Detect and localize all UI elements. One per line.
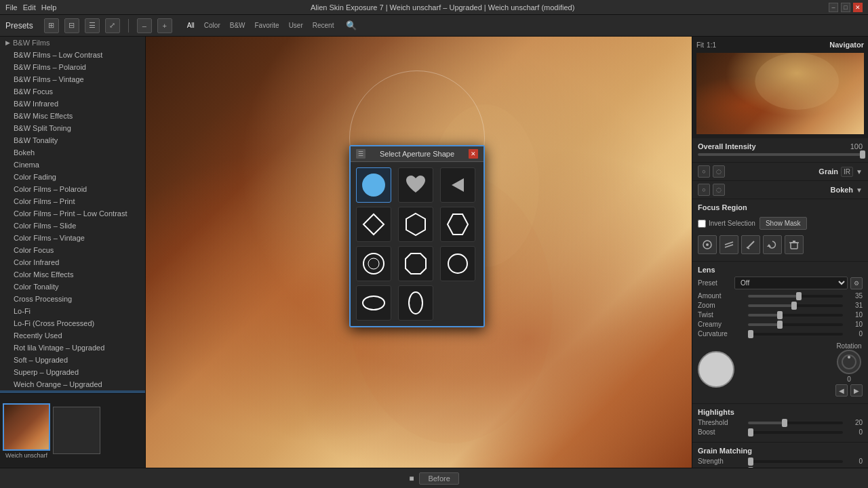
dialog-menu-icon[interactable]: ☰ bbox=[356, 149, 366, 159]
thumbnail-item[interactable] bbox=[53, 407, 100, 455]
shape-circle-md[interactable] bbox=[440, 246, 475, 281]
lens-curvature-slider[interactable] bbox=[748, 333, 843, 336]
filter-user[interactable]: User bbox=[285, 20, 307, 30]
rotation-left-button[interactable]: ◀ bbox=[835, 384, 848, 396]
list-item[interactable]: Color Films – Vintage bbox=[0, 232, 145, 244]
list-item[interactable]: Lo-Fi (Cross Processed) bbox=[0, 317, 145, 329]
list-item[interactable]: Soft – Upgraded bbox=[0, 354, 145, 366]
bokeh-icon-1[interactable]: ○ bbox=[698, 184, 710, 196]
thumbnail-image[interactable] bbox=[53, 407, 100, 454]
highlights-threshold-slider[interactable] bbox=[748, 422, 843, 424]
grain-icon-2[interactable]: ◌ bbox=[713, 165, 725, 178]
search-button[interactable]: 🔍 bbox=[346, 20, 357, 30]
list-item[interactable]: Color Films – Slide bbox=[0, 220, 145, 232]
list-item[interactable]: B&W Focus bbox=[0, 85, 145, 98]
list-item[interactable]: Superp – Upgraded bbox=[0, 366, 145, 378]
list-item[interactable]: Color Films – Polaroid bbox=[0, 183, 145, 195]
list-item[interactable]: B&W Films – Vintage bbox=[0, 73, 145, 85]
shape-heart[interactable] bbox=[398, 167, 433, 203]
lens-zoom-slider[interactable] bbox=[748, 304, 843, 307]
lens-settings-button[interactable]: ⚙ bbox=[850, 277, 863, 289]
list-item[interactable]: Color Films – Print – Low Contrast bbox=[0, 207, 145, 220]
show-mask-button[interactable]: Show Mask bbox=[760, 217, 807, 230]
bokeh-icon-2[interactable]: ◌ bbox=[713, 184, 725, 196]
grain-icon-1[interactable]: ○ bbox=[698, 165, 710, 178]
highlights-boost-slider[interactable] bbox=[748, 431, 843, 434]
lens-creamy-slider[interactable] bbox=[748, 323, 843, 326]
svg-point-10 bbox=[448, 254, 467, 273]
thumbnail-image[interactable] bbox=[3, 403, 50, 451]
fit-label[interactable]: Fit bbox=[696, 41, 704, 49]
delete-tool-button[interactable] bbox=[785, 235, 804, 254]
list-item[interactable]: Recently Used bbox=[0, 329, 145, 342]
filter-all[interactable]: All bbox=[183, 20, 199, 30]
filter-favorite[interactable]: Favorite bbox=[251, 20, 283, 30]
grid-large-button[interactable]: ⊟ bbox=[64, 18, 79, 33]
list-item[interactable]: B&W Split Toning bbox=[0, 122, 145, 134]
list-item[interactable]: Color Fading bbox=[0, 171, 145, 183]
list-item[interactable]: Bokeh bbox=[0, 146, 145, 159]
filter-recent[interactable]: Recent bbox=[309, 20, 338, 30]
shape-circle5[interactable] bbox=[356, 246, 391, 281]
remove-button[interactable]: – bbox=[137, 18, 152, 33]
rotation-row: Rotation bbox=[836, 342, 861, 350]
list-item[interactable]: Color Tonality bbox=[0, 281, 145, 293]
add-button[interactable]: + bbox=[157, 18, 172, 33]
shape-diamond[interactable] bbox=[356, 207, 391, 242]
ratio-label[interactable]: 1:1 bbox=[707, 41, 716, 49]
shape-octagon[interactable] bbox=[398, 246, 433, 281]
list-item[interactable]: Cross Processing bbox=[0, 293, 145, 305]
list-item[interactable]: Weich Orange – Upgraded bbox=[0, 378, 145, 390]
thumbnail-item[interactable]: Weich unscharf bbox=[3, 403, 50, 459]
list-item[interactable]: B&W Films – Polaroid bbox=[0, 61, 145, 73]
grain-strength-slider[interactable] bbox=[748, 460, 843, 463]
bokeh-dropdown-icon[interactable]: ▼ bbox=[856, 186, 863, 194]
list-item[interactable]: Color Focus bbox=[0, 244, 145, 256]
invert-checkbox[interactable] bbox=[698, 220, 706, 228]
shape-hexagon[interactable] bbox=[440, 207, 475, 242]
shape-oval-v[interactable] bbox=[398, 285, 433, 321]
list-item[interactable]: Color Misc Effects bbox=[0, 268, 145, 281]
dialog-close-button[interactable]: ✕ bbox=[469, 149, 478, 159]
shape-arrow[interactable] bbox=[440, 167, 475, 203]
reset-tool-button[interactable] bbox=[763, 235, 782, 254]
rotation-dial[interactable] bbox=[837, 350, 861, 374]
minimize-button[interactable]: – bbox=[829, 3, 838, 12]
shape-oval-h[interactable] bbox=[356, 285, 391, 321]
grid-small-button[interactable]: ⊞ bbox=[44, 18, 59, 33]
list-item[interactable]: Rot lila Vintage – Upgraded bbox=[0, 342, 145, 354]
brush-tool-button[interactable] bbox=[741, 235, 760, 254]
filter-color[interactable]: Color bbox=[200, 20, 224, 30]
intensity-slider[interactable] bbox=[698, 153, 863, 156]
rotation-right-button[interactable]: ▶ bbox=[850, 384, 863, 396]
lens-twist-slider[interactable] bbox=[748, 314, 843, 317]
list-item[interactable]: B&W Films – Low Contrast bbox=[0, 49, 145, 61]
list-item[interactable]: Cinema bbox=[0, 159, 145, 171]
diamond-shape-icon bbox=[361, 211, 387, 237]
shape-circle[interactable] bbox=[356, 167, 391, 203]
menu-edit[interactable]: Edit bbox=[23, 3, 36, 12]
close-button[interactable]: ✕ bbox=[853, 3, 863, 12]
preset-group-bw-films[interactable]: ▶B&W Films bbox=[0, 37, 145, 49]
list-item[interactable]: B&W Tonality bbox=[0, 134, 145, 146]
filter-bw[interactable]: B&W bbox=[226, 20, 250, 30]
list-item[interactable]: Color Infrared bbox=[0, 256, 145, 268]
before-button[interactable]: Before bbox=[419, 472, 458, 485]
radial-tool-button[interactable] bbox=[698, 235, 717, 254]
list-view-button[interactable]: ☰ bbox=[85, 18, 100, 33]
maximize-button[interactable]: □ bbox=[841, 3, 850, 12]
list-item[interactable]: Lo-Fi bbox=[0, 305, 145, 317]
lens-shape-preview[interactable] bbox=[698, 351, 734, 388]
shape-hexagon6[interactable] bbox=[398, 207, 433, 242]
lens-preset-select[interactable]: Off bbox=[734, 277, 848, 289]
menu-help[interactable]: Help bbox=[41, 3, 57, 12]
linear-tool-button[interactable] bbox=[719, 235, 738, 254]
menu-file[interactable]: File bbox=[5, 3, 18, 12]
list-item[interactable]: Color Films – Print bbox=[0, 195, 145, 207]
list-item[interactable]: B&W Infrared bbox=[0, 98, 145, 110]
list-item[interactable]: B&W Misc Effects bbox=[0, 110, 145, 122]
grain-dropdown-icon[interactable]: ▼ bbox=[856, 168, 863, 176]
reset-icon bbox=[767, 239, 778, 250]
lens-amount-slider[interactable] bbox=[748, 295, 843, 298]
expand-button[interactable]: ⤢ bbox=[105, 18, 120, 33]
